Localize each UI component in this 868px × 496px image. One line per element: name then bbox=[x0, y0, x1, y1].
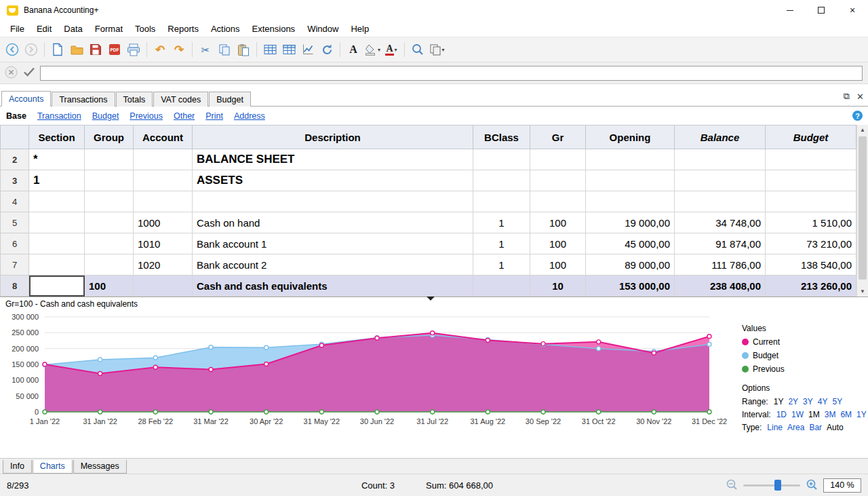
zoom-slider[interactable] bbox=[743, 479, 800, 491]
cut-button[interactable]: ✂ bbox=[196, 39, 215, 60]
interval-option-6m[interactable]: 6M bbox=[840, 410, 852, 419]
zoom-slider-thumb[interactable] bbox=[774, 480, 781, 491]
print-button[interactable] bbox=[124, 39, 143, 60]
tab-totals[interactable]: Totals bbox=[116, 92, 153, 107]
scrollbar-thumb[interactable] bbox=[859, 136, 867, 280]
zoom-in-button[interactable] bbox=[806, 478, 818, 493]
row-number[interactable]: 4 bbox=[1, 191, 29, 212]
row-number[interactable]: 6 bbox=[1, 233, 29, 254]
cell-balance[interactable]: 111 786,00 bbox=[675, 254, 766, 275]
paste-button[interactable] bbox=[234, 39, 253, 60]
menu-item-format[interactable]: Format bbox=[89, 22, 129, 36]
back-button[interactable] bbox=[3, 39, 22, 60]
cell-account[interactable] bbox=[134, 275, 193, 297]
undo-button[interactable]: ↶ bbox=[151, 39, 170, 60]
minimize-button[interactable] bbox=[774, 0, 806, 20]
view-link-budget[interactable]: Budget bbox=[92, 111, 119, 121]
legend-item-current[interactable]: Current bbox=[742, 337, 863, 347]
cell-description[interactable]: Bank account 2 bbox=[193, 254, 473, 275]
cell-section[interactable] bbox=[29, 275, 85, 297]
view-link-address[interactable]: Address bbox=[234, 111, 265, 121]
cell-budget[interactable]: 1 510,00 bbox=[766, 212, 856, 233]
cell-budget[interactable] bbox=[766, 149, 856, 170]
cell-description[interactable]: Bank account 1 bbox=[193, 233, 473, 254]
menu-item-reports[interactable]: Reports bbox=[161, 22, 205, 36]
cell-gr[interactable]: 10 bbox=[530, 275, 586, 297]
cancel-edit-button[interactable] bbox=[4, 65, 18, 81]
view-link-transaction[interactable]: Transaction bbox=[37, 111, 81, 121]
legend-item-previous[interactable]: Previous bbox=[742, 364, 863, 374]
menu-item-file[interactable]: File bbox=[4, 22, 31, 36]
zoom-value[interactable]: 140 % bbox=[823, 478, 861, 493]
cell-budget[interactable]: 213 260,00 bbox=[766, 275, 856, 297]
view-link-previous[interactable]: Previous bbox=[130, 111, 163, 121]
cell-section[interactable]: * bbox=[29, 149, 85, 170]
menu-item-window[interactable]: Window bbox=[301, 22, 344, 36]
cell-bclass[interactable]: 1 bbox=[473, 212, 530, 233]
menu-item-tools[interactable]: Tools bbox=[129, 22, 161, 36]
cell-gr[interactable] bbox=[530, 149, 586, 170]
copy-paste-special-button[interactable]: ▾ bbox=[427, 39, 446, 60]
cell-description[interactable]: BALANCE SHEET bbox=[193, 149, 473, 170]
cell-bclass[interactable]: 1 bbox=[473, 233, 530, 254]
save-button[interactable] bbox=[86, 39, 105, 60]
col-header-gr[interactable]: Gr bbox=[530, 126, 586, 149]
cell-budget[interactable] bbox=[766, 191, 856, 212]
row-number[interactable]: 8 bbox=[1, 275, 29, 297]
find-button[interactable] bbox=[408, 39, 427, 60]
col-header-description[interactable]: Description bbox=[193, 126, 473, 149]
interval-option-3m[interactable]: 3M bbox=[825, 410, 836, 419]
view-link-other[interactable]: Other bbox=[174, 111, 195, 121]
help-icon[interactable]: ? bbox=[852, 111, 863, 121]
cell-group[interactable] bbox=[85, 233, 134, 254]
pdf-export-button[interactable]: PDF bbox=[105, 39, 124, 60]
cell-opening[interactable] bbox=[586, 170, 675, 191]
cell-opening[interactable] bbox=[586, 149, 675, 170]
cell-opening[interactable] bbox=[586, 191, 675, 212]
range-option-4y[interactable]: 4Y bbox=[818, 397, 828, 406]
cell-opening[interactable]: 45 000,00 bbox=[586, 233, 675, 254]
type-option-bar[interactable]: Bar bbox=[809, 423, 822, 432]
add-rows-button[interactable] bbox=[279, 39, 298, 60]
col-header-group[interactable]: Group bbox=[85, 126, 134, 149]
row-number[interactable]: 5 bbox=[1, 212, 29, 233]
tab-accounts[interactable]: Accounts bbox=[1, 91, 51, 107]
background-color-button[interactable]: ▾ bbox=[363, 39, 382, 60]
tab-transactions[interactable]: Transactions bbox=[52, 92, 115, 107]
menu-item-edit[interactable]: Edit bbox=[31, 22, 58, 36]
bottom-tab-messages[interactable]: Messages bbox=[73, 460, 127, 474]
close-button[interactable]: × bbox=[837, 0, 868, 20]
cell-gr[interactable]: 100 bbox=[530, 212, 586, 233]
forward-button[interactable] bbox=[22, 39, 41, 60]
cell-balance[interactable] bbox=[675, 170, 766, 191]
cell-balance[interactable] bbox=[675, 191, 766, 212]
menu-item-actions[interactable]: Actions bbox=[205, 22, 246, 36]
redo-button[interactable]: ↷ bbox=[170, 39, 189, 60]
cell-group[interactable]: 100 bbox=[85, 275, 134, 297]
cell-budget[interactable] bbox=[766, 170, 856, 191]
cell-bclass[interactable] bbox=[473, 275, 530, 297]
interval-option-1d[interactable]: 1D bbox=[776, 410, 787, 419]
range-option-2y[interactable]: 2Y bbox=[788, 397, 798, 406]
range-option-3y[interactable]: 3Y bbox=[803, 397, 813, 406]
cell-balance[interactable]: 238 408,00 bbox=[675, 275, 766, 297]
zoom-out-button[interactable] bbox=[726, 478, 738, 493]
cell-bclass[interactable] bbox=[473, 170, 530, 191]
row-number[interactable]: 2 bbox=[1, 149, 29, 170]
bottom-tab-charts[interactable]: Charts bbox=[33, 460, 73, 474]
scroll-down-icon[interactable]: ▼ bbox=[857, 286, 868, 297]
cell-description[interactable]: Cash on hand bbox=[193, 212, 473, 233]
col-header-section[interactable]: Section bbox=[29, 126, 85, 149]
cell-description[interactable] bbox=[193, 191, 473, 212]
col-header-bclass[interactable]: BClass bbox=[473, 126, 530, 149]
interval-option-1w[interactable]: 1W bbox=[791, 410, 804, 419]
close-view-icon[interactable]: ✕ bbox=[856, 92, 864, 102]
cell-opening[interactable]: 153 000,00 bbox=[586, 275, 675, 297]
cell-group[interactable] bbox=[85, 170, 134, 191]
cell-opening[interactable]: 19 000,00 bbox=[586, 212, 675, 233]
cell-section[interactable] bbox=[29, 254, 85, 275]
cell-gr[interactable] bbox=[530, 170, 586, 191]
cell-bclass[interactable] bbox=[473, 191, 530, 212]
new-file-button[interactable] bbox=[48, 39, 67, 60]
tab-vat-codes[interactable]: VAT codes bbox=[153, 92, 208, 107]
